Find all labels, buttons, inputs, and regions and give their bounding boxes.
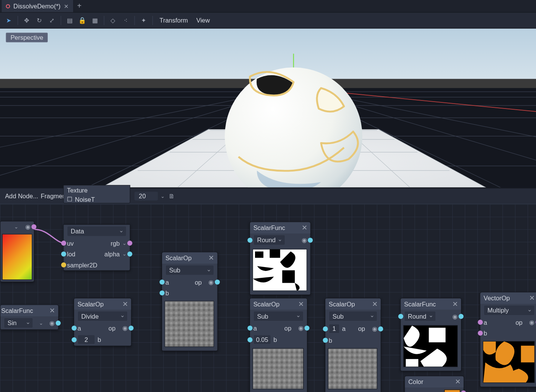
texture-type-dropdown[interactable]: Texture <box>67 187 127 194</box>
close-icon[interactable]: ✕ <box>529 294 534 302</box>
chevron-down-icon: ⌄ <box>14 224 18 230</box>
op-dropdown[interactable]: Sub <box>166 265 214 275</box>
scalarfunc-round2-node[interactable]: ScalarFunc✕ Round ◉ <box>400 298 461 371</box>
bw-preview <box>252 249 307 291</box>
scalarfunc-sin-node[interactable]: ScalarFunc✕ Sin ⌄◉ <box>0 305 58 330</box>
lock-icon[interactable]: 🔒 <box>77 15 88 26</box>
b-port[interactable] <box>159 290 164 295</box>
func-dropdown[interactable]: Sin <box>4 317 33 328</box>
snap-value-field[interactable]: 20 <box>135 192 158 201</box>
add-node-button[interactable]: Add Node... <box>5 193 38 200</box>
a-port[interactable] <box>71 326 76 330</box>
move-tool-icon[interactable]: ✥ <box>21 15 32 26</box>
a-port[interactable] <box>247 326 252 330</box>
visibility-icon[interactable]: ◉ <box>208 278 214 286</box>
op-port[interactable] <box>128 326 133 330</box>
texture-source-dropdown[interactable]: Data <box>67 226 127 236</box>
view-menu[interactable]: View <box>193 15 213 26</box>
op-port[interactable] <box>215 280 220 285</box>
scalarop-divide-node[interactable]: ScalarOp✕ Divide a op ◉ b <box>74 298 132 346</box>
new-tab-button[interactable]: + <box>73 0 85 12</box>
visibility-icon[interactable]: ◉ <box>298 324 304 332</box>
out-port[interactable] <box>458 314 463 319</box>
a-port[interactable] <box>159 280 164 285</box>
noise-preview <box>328 348 377 389</box>
svg-rect-42 <box>328 348 377 389</box>
func-dropdown[interactable]: Round <box>253 235 285 245</box>
close-icon[interactable]: ✕ <box>455 378 460 386</box>
op-port[interactable] <box>304 326 309 330</box>
visibility-icon[interactable]: ◉ <box>122 324 128 332</box>
b-value-input[interactable] <box>78 335 95 344</box>
close-icon[interactable]: ✕ <box>298 300 304 308</box>
op-dropdown[interactable]: Sub <box>329 311 377 321</box>
uv-port[interactable] <box>61 241 66 246</box>
close-icon[interactable]: ✕ <box>49 307 55 315</box>
transform-menu[interactable]: Transform <box>156 15 192 26</box>
visibility-icon[interactable]: ◉ <box>372 325 377 333</box>
gradient-node[interactable]: ⌄ ◉ <box>0 221 34 282</box>
rgb-port[interactable] <box>127 241 132 246</box>
visibility-icon[interactable]: ◉ <box>529 319 534 326</box>
out-port[interactable] <box>308 238 313 243</box>
cube-icon[interactable]: ◇ <box>107 15 118 26</box>
scalarop-sub-node[interactable]: ScalarOp✕ Sub a op ◉ b <box>162 252 218 351</box>
color-swatch[interactable] <box>444 390 460 392</box>
a-port[interactable] <box>478 320 483 325</box>
particles-icon[interactable]: ✦ <box>138 15 149 26</box>
a-port[interactable] <box>323 326 328 331</box>
close-icon[interactable]: ✕ <box>302 224 307 232</box>
file-icon[interactable]: 🗎 <box>167 191 176 201</box>
scalarfunc-round-node[interactable]: ScalarFunc✕ Round ◉ <box>250 222 311 295</box>
close-icon[interactable]: ✕ <box>372 300 377 308</box>
texture-node[interactable]: Data uv rgb ⌄ lod alpha ⌄ sampler2D <box>63 224 130 271</box>
op-dropdown[interactable]: Divide <box>78 311 128 321</box>
snap-icon[interactable]: ⁖ <box>120 15 131 26</box>
close-icon[interactable]: ✕ <box>64 3 69 10</box>
select-tool-icon[interactable]: ➤ <box>3 15 14 26</box>
bw-preview <box>403 325 458 367</box>
lod-port[interactable] <box>61 251 66 256</box>
a-value-input[interactable] <box>329 324 339 334</box>
func-dropdown[interactable]: Round <box>404 311 436 321</box>
b-value-input[interactable] <box>253 335 271 344</box>
close-icon[interactable]: ✕ <box>208 254 214 262</box>
svg-rect-36 <box>165 301 214 347</box>
in-port[interactable] <box>247 238 252 243</box>
close-icon[interactable]: ✕ <box>122 300 128 308</box>
orange-preview <box>483 341 535 383</box>
gradient-preview <box>2 234 32 280</box>
op-port[interactable] <box>378 326 383 331</box>
output-port[interactable] <box>56 320 61 325</box>
close-icon[interactable]: ✕ <box>452 300 458 308</box>
list-tool-icon[interactable]: ▤ <box>65 15 75 26</box>
viewport-3d[interactable]: Perspective <box>0 28 536 187</box>
scale-tool-icon[interactable]: ⤢ <box>47 15 57 26</box>
shader-graph[interactable]: ⌄ ◉ Data uv rgb ⌄ lod alpha ⌄ sampler2D … <box>0 204 536 392</box>
visibility-icon[interactable]: ◉ <box>49 319 55 327</box>
svg-rect-41 <box>253 348 304 389</box>
visibility-icon[interactable]: ◉ <box>452 313 458 320</box>
perspective-button[interactable]: Perspective <box>6 32 48 42</box>
visibility-icon[interactable]: ◉ <box>25 223 31 231</box>
output-port[interactable] <box>31 224 36 229</box>
vectorop-multiply-node[interactable]: VectorOp✕ Multiply a op ◉ b <box>480 292 536 387</box>
sampler-port[interactable] <box>61 262 66 267</box>
b-port[interactable] <box>71 337 76 342</box>
b-port[interactable] <box>478 330 483 335</box>
visibility-icon[interactable]: ◉ <box>302 236 307 244</box>
op-dropdown[interactable]: Multiply <box>484 305 535 315</box>
scalarop-sub2-node[interactable]: ScalarOp✕ Sub a op ◉ b <box>250 298 307 392</box>
rotate-tool-icon[interactable]: ↻ <box>34 15 45 26</box>
in-port[interactable] <box>398 314 403 319</box>
op-dropdown[interactable]: Sub <box>253 311 304 321</box>
scalarop-sub3-node[interactable]: ScalarOp✕ Sub a op ◉ b <box>325 298 381 392</box>
alpha-port[interactable] <box>127 251 132 256</box>
group-icon[interactable]: ▦ <box>89 15 100 26</box>
scene-tab[interactable]: DissolveDemo(*) ✕ <box>2 0 73 12</box>
scene-icon <box>6 4 10 8</box>
b-port[interactable] <box>323 338 328 343</box>
b-port[interactable] <box>247 337 252 342</box>
color-node[interactable]: Color✕ <box>404 376 464 392</box>
color-port[interactable] <box>461 390 466 392</box>
